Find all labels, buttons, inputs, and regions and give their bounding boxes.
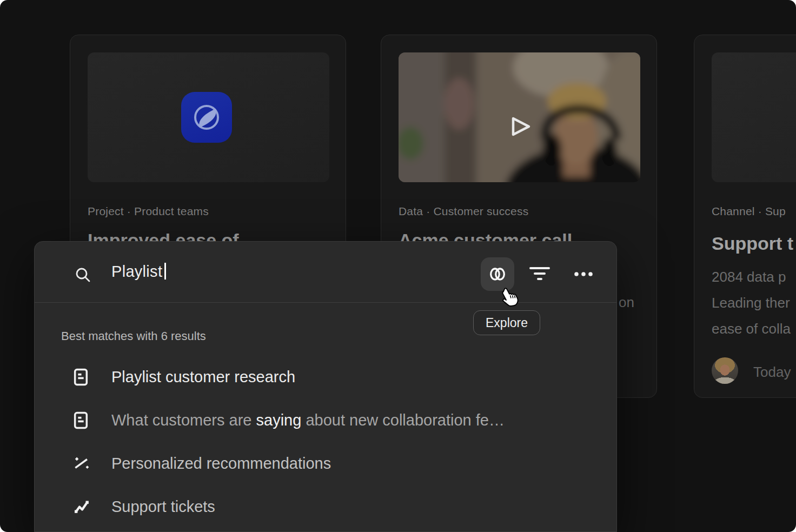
card-description-fragment: on (619, 294, 634, 311)
result-item[interactable]: What customers are saying about new coll… (35, 398, 616, 442)
results-header: Best matches with 6 results (61, 329, 206, 343)
card-eyebrow: Project · Product teams (88, 205, 209, 218)
note-icon (74, 411, 90, 429)
card-body-line: Leading ther (712, 295, 790, 311)
search-modal: Playlist (34, 241, 617, 532)
video-still (399, 52, 640, 182)
trend-icon (74, 500, 90, 514)
search-bar: Playlist (35, 242, 616, 302)
card-eyebrow: Data · Customer success (399, 205, 528, 218)
hand-pointer-cursor (498, 285, 521, 310)
result-label: Personalized recommendations (111, 455, 331, 473)
result-item[interactable]: Support tickets (35, 485, 616, 528)
card-body-line: ease of colla (712, 321, 791, 337)
search-query-text: Playlist (111, 263, 162, 280)
card-body-line: 2084 data p (712, 269, 786, 285)
more-options-button[interactable] (573, 268, 594, 280)
channel-thumbnail (712, 52, 796, 182)
explore-tooltip: Explore (473, 310, 540, 335)
result-label: What customers are saying about new coll… (111, 411, 505, 429)
app-window: Project · Product teams Improved ease of (0, 0, 796, 532)
double-rings-icon (487, 263, 508, 285)
search-input[interactable]: Playlist (111, 263, 166, 281)
card-eyebrow: Channel · Sup (712, 205, 786, 218)
result-label: Support tickets (111, 498, 215, 516)
text-caret (164, 263, 166, 280)
filter-button[interactable] (528, 264, 552, 284)
card-channel[interactable]: Channel · Sup Support t 2084 data p Lead… (694, 35, 796, 398)
result-label: Playlist customer research (111, 368, 295, 386)
compass-icon (181, 92, 232, 143)
search-icon (75, 267, 91, 283)
result-item[interactable]: Personalized recommendations (35, 442, 616, 485)
card-title: Support t (712, 233, 793, 254)
note-icon (74, 368, 90, 386)
recommendations-icon (74, 455, 90, 471)
compass-tile (181, 92, 232, 143)
result-item[interactable]: Playlist customer research (35, 355, 616, 398)
video-thumbnail[interactable] (399, 52, 640, 182)
matched-term: saying (256, 411, 302, 429)
filter-lines-icon (528, 264, 552, 284)
timestamp: Today (753, 364, 791, 381)
divider (35, 302, 616, 303)
ellipsis-icon (573, 268, 594, 280)
project-thumbnail (88, 52, 329, 182)
avatar (712, 357, 738, 384)
